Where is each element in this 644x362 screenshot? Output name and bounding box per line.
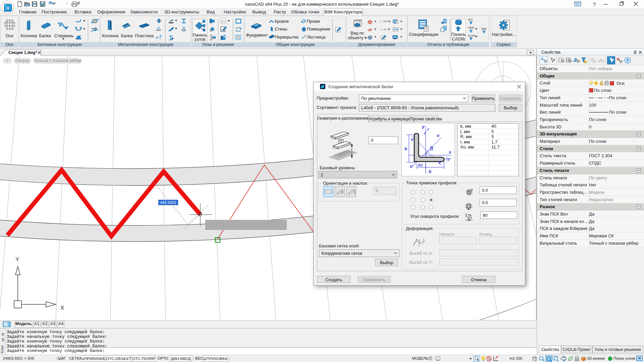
svg-text:Xo, мм: Xo, мм bbox=[460, 144, 474, 149]
svg-text:r: r bbox=[427, 127, 429, 132]
svg-text:f: f bbox=[423, 238, 424, 241]
svg-text:r, мм: r, мм bbox=[460, 139, 470, 144]
svg-text:R: R bbox=[430, 145, 433, 150]
svg-text:M²: M² bbox=[182, 26, 185, 28]
svg-text:v: v bbox=[411, 137, 414, 142]
svg-text:DWG: DWG bbox=[393, 28, 398, 31]
svg-text:u: u bbox=[410, 164, 413, 169]
svg-text:?: ? bbox=[626, 58, 629, 63]
svg-text:b: b bbox=[405, 146, 407, 151]
svg-text:5: 5 bbox=[491, 134, 494, 139]
svg-text:R, мм: R, мм bbox=[460, 134, 472, 139]
svg-text:t: t bbox=[448, 157, 450, 162]
svg-text:y: y bbox=[422, 124, 425, 129]
svg-text:x: x bbox=[448, 149, 451, 155]
svg-text:b: b bbox=[429, 169, 431, 174]
svg-text:u: u bbox=[437, 133, 439, 138]
svg-text:v: v bbox=[439, 160, 441, 165]
svg-text:5: 5 bbox=[491, 129, 494, 134]
svg-text:X: X bbox=[60, 305, 64, 311]
svg-text:α: α bbox=[465, 213, 467, 216]
svg-text:b, мм: b, мм bbox=[460, 124, 471, 129]
svg-text:11.7: 11.7 bbox=[491, 144, 499, 149]
svg-text:40: 40 bbox=[491, 124, 496, 129]
svg-text:t, мм: t, мм bbox=[460, 129, 470, 134]
svg-text:Y: Y bbox=[15, 256, 19, 263]
svg-text:Xo: Xo bbox=[418, 163, 423, 167]
svg-text:1.7: 1.7 bbox=[491, 139, 497, 144]
